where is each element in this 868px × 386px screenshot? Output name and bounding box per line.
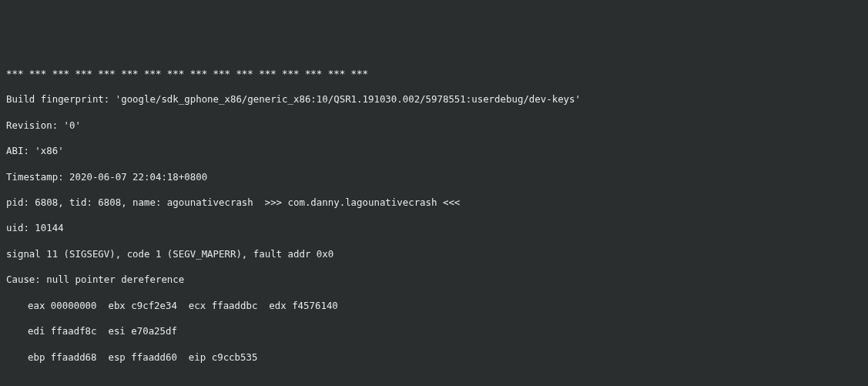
- crash-log: *** *** *** *** *** *** *** *** *** *** …: [0, 52, 868, 386]
- log-line-regs3: ebp ffaadd68 esp ffaadd60 eip c9ccb535: [6, 351, 862, 364]
- log-line-regs1: eax 00000000 ebx c9cf2e34 ecx ffaaddbc e…: [6, 300, 862, 313]
- log-line-signal: signal 11 (SIGSEGV), code 1 (SEGV_MAPERR…: [6, 248, 862, 261]
- log-line-cause: Cause: null pointer dereference: [6, 274, 862, 287]
- log-line-pid: pid: 6808, tid: 6808, name: agounativecr…: [6, 196, 862, 210]
- log-line-blank: [6, 377, 862, 386]
- log-line-timestamp: Timestamp: 2020-06-07 22:04:18+0800: [6, 171, 862, 184]
- log-line-uid: uid: 10144: [6, 222, 862, 235]
- log-line-build-fingerprint: Build fingerprint: 'google/sdk_gphone_x8…: [6, 93, 862, 106]
- log-line-revision: Revision: '0': [6, 119, 862, 133]
- log-line-abi: ABI: 'x86': [6, 145, 862, 158]
- log-line-regs2: edi ffaadf8c esi e70a25df: [6, 325, 862, 338]
- log-line-stars: *** *** *** *** *** *** *** *** *** *** …: [6, 68, 862, 81]
